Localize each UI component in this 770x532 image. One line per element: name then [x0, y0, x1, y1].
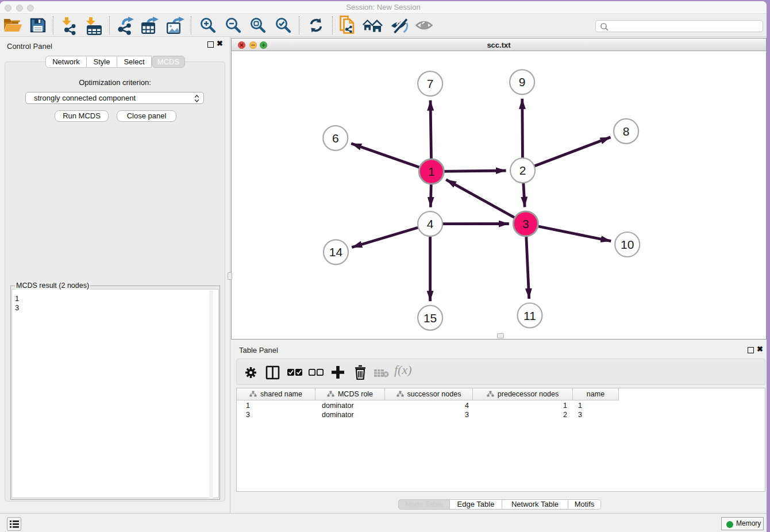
svg-text:2: 2 — [519, 164, 526, 177]
svg-text:7: 7 — [427, 77, 434, 90]
svg-text:3: 3 — [522, 217, 529, 230]
svg-text:14: 14 — [329, 245, 343, 259]
svg-text:4: 4 — [427, 217, 434, 230]
svg-text:10: 10 — [621, 238, 634, 251]
svg-text:15: 15 — [424, 311, 437, 325]
svg-text:1: 1 — [428, 165, 435, 178]
svg-text:6: 6 — [332, 132, 339, 145]
svg-text:11: 11 — [523, 309, 536, 322]
svg-text:8: 8 — [623, 125, 630, 138]
svg-text:9: 9 — [519, 75, 526, 88]
